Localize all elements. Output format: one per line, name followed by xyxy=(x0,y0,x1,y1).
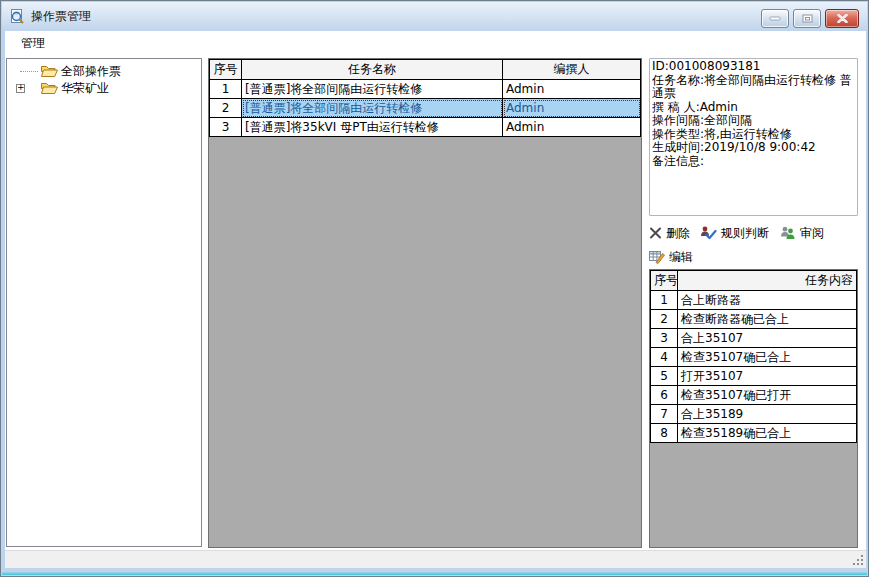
cell-seq[interactable]: 7 xyxy=(651,405,678,424)
minimize-button[interactable] xyxy=(761,9,789,28)
table-row[interactable]: 7 合上35189 xyxy=(651,405,857,424)
open-folder-icon xyxy=(40,81,59,95)
document-magnifier-icon xyxy=(9,9,25,25)
cell-content[interactable]: 检查35107确已打开 xyxy=(678,386,857,405)
ticket-tree-panel: 全部操作票 华荣矿业 xyxy=(6,58,202,547)
cell-seq[interactable]: 6 xyxy=(651,386,678,405)
column-header-author[interactable]: 编撰人 xyxy=(503,60,641,80)
cell-content[interactable]: 合上35107 xyxy=(678,329,857,348)
edit-button[interactable]: 编辑 xyxy=(649,249,693,266)
cell-content[interactable]: 合上35189 xyxy=(678,405,857,424)
column-header-seq[interactable]: 序号 xyxy=(210,60,242,80)
ticket-detail-panel: ID:001008093181 任务名称:将全部间隔由运行转检修 普通票 撰 稿… xyxy=(649,58,858,216)
titlebar[interactable]: 操作票管理 xyxy=(2,2,867,31)
cell-author[interactable]: Admin xyxy=(503,80,641,99)
cell-seq[interactable]: 4 xyxy=(651,348,678,367)
window-title: 操作票管理 xyxy=(31,8,91,25)
table-row[interactable]: 2 检查断路器确已合上 xyxy=(651,310,857,329)
plus-box-icon[interactable] xyxy=(16,84,25,93)
maximize-icon xyxy=(802,14,813,23)
table-row[interactable]: 3 合上35107 xyxy=(651,329,857,348)
cell-content[interactable]: 检查35107确已合上 xyxy=(678,348,857,367)
statusbar xyxy=(5,550,866,568)
cell-content[interactable]: 合上断路器 xyxy=(678,291,857,310)
cell-task-name[interactable]: [普通票]将全部间隔由运行转检修 xyxy=(242,80,503,99)
review-button[interactable]: 审阅 xyxy=(779,225,824,242)
maximize-button[interactable] xyxy=(793,9,821,28)
cell-seq[interactable]: 3 xyxy=(651,329,678,348)
cell-seq[interactable]: 5 xyxy=(651,367,678,386)
table-row[interactable]: 3 [普通票]将35kVⅠ 母PT由运行转检修 Admin xyxy=(210,118,641,137)
cell-seq[interactable]: 2 xyxy=(651,310,678,329)
cell-author[interactable]: Admin xyxy=(503,118,641,137)
window-controls xyxy=(761,9,859,28)
table-row[interactable]: 1 合上断路器 xyxy=(651,291,857,310)
person-check-icon xyxy=(700,226,717,240)
x-icon xyxy=(649,227,662,239)
table-row-selected[interactable]: 2 [普通票]将全部间隔由运行转检修 Admin xyxy=(210,99,641,118)
detail-remark: 备注信息: xyxy=(652,155,855,169)
cell-seq[interactable]: 8 xyxy=(651,424,678,443)
table-row[interactable]: 5 打开35107 xyxy=(651,367,857,386)
detail-created-time: 生成时间:2019/10/8 9:00:42 xyxy=(652,141,855,155)
column-header-task-content[interactable]: 任务内容 xyxy=(678,271,857,291)
ticket-table-header-row: 序号 任务名称 编撰人 xyxy=(210,60,641,80)
cell-seq[interactable]: 3 xyxy=(210,118,242,137)
detail-task-name: 任务名称:将全部间隔由运行转检修 普通票 xyxy=(652,74,855,101)
minimize-icon xyxy=(769,16,781,21)
task-content-table: 序号 任务内容 1 合上断路器 2 检查断路器确已合上 3 合上35107 4 … xyxy=(649,269,858,548)
open-folder-icon xyxy=(40,64,59,78)
close-button[interactable] xyxy=(825,9,859,28)
cell-task-name[interactable]: [普通票]将全部间隔由运行转检修 xyxy=(242,99,503,118)
table-pencil-icon xyxy=(649,250,665,264)
rule-check-button[interactable]: 规则判断 xyxy=(700,225,769,242)
content-table-header-row: 序号 任务内容 xyxy=(651,271,857,291)
window: 操作票管理 管理 xyxy=(0,0,869,577)
people-icon xyxy=(779,226,796,240)
tree-item-all-tickets[interactable]: 全部操作票 xyxy=(7,63,201,80)
tree-item-huarong[interactable]: 华荣矿业 xyxy=(7,80,201,97)
detail-op-type: 操作类型:将,由运行转检修 xyxy=(652,128,855,142)
detail-author: 撰 稿 人:Admin xyxy=(652,101,855,115)
column-header-task-name[interactable]: 任务名称 xyxy=(242,60,503,80)
tree-connector xyxy=(20,71,38,72)
resize-grip[interactable] xyxy=(852,554,864,566)
table-row[interactable]: 6 检查35107确已打开 xyxy=(651,386,857,405)
delete-button[interactable]: 删除 xyxy=(649,225,690,242)
column-header-seq[interactable]: 序号 xyxy=(651,271,678,291)
cell-seq[interactable]: 1 xyxy=(651,291,678,310)
cell-author[interactable]: Admin xyxy=(503,99,641,118)
menu-item-manage[interactable]: 管理 xyxy=(14,32,52,55)
menubar: 管理 xyxy=(5,31,866,56)
cell-content[interactable]: 打开35107 xyxy=(678,367,857,386)
cell-seq[interactable]: 1 xyxy=(210,80,242,99)
table-row[interactable]: 1 [普通票]将全部间隔由运行转检修 Admin xyxy=(210,80,641,99)
cell-task-name[interactable]: [普通票]将35kVⅠ 母PT由运行转检修 xyxy=(242,118,503,137)
cell-content[interactable]: 检查断路器确已合上 xyxy=(678,310,857,329)
table-row[interactable]: 8 检查35189确已合上 xyxy=(651,424,857,443)
detail-interval: 操作间隔:全部间隔 xyxy=(652,114,855,128)
detail-id: ID:001008093181 xyxy=(652,60,855,74)
toolbar: 删除 规则判断 审阅 xyxy=(649,221,858,269)
close-icon xyxy=(837,14,848,23)
table-row[interactable]: 4 检查35107确已合上 xyxy=(651,348,857,367)
cell-seq[interactable]: 2 xyxy=(210,99,242,118)
cell-content[interactable]: 检查35189确已合上 xyxy=(678,424,857,443)
ticket-table: 序号 任务名称 编撰人 1 [普通票]将全部间隔由运行转检修 Admin 2 [… xyxy=(208,58,642,548)
